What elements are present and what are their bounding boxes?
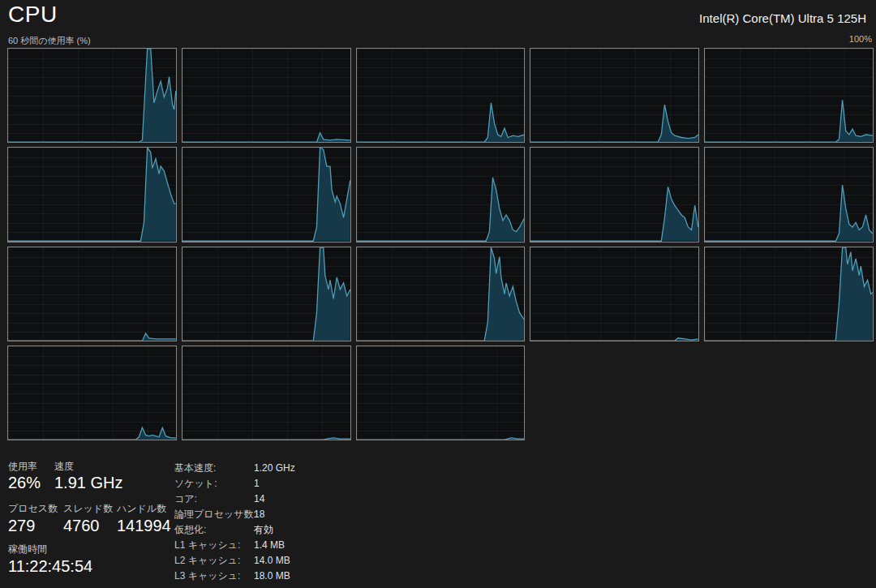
usage-area: [530, 105, 698, 142]
handles-value: 141994: [117, 517, 171, 535]
virtualization-label: 仮想化:: [174, 522, 254, 538]
logical-processors-label: 論理プロセッサ数:: [174, 507, 254, 522]
cpu-core-graph-11[interactable]: [182, 247, 351, 341]
virtualization-value: 有効: [254, 522, 273, 538]
detail-row-l3-cache: L3 キャッシュ: 18.0 MB: [174, 569, 377, 584]
graph-caption-max-percent: 100%: [849, 34, 872, 44]
usage-area: [182, 148, 350, 241]
detail-row-base-speed: 基本速度: 1.20 GHz: [174, 461, 377, 476]
usage-area: [705, 100, 873, 142]
processor-name: Intel(R) Core(TM) Ultra 5 125H: [699, 11, 866, 25]
usage-area: [182, 247, 350, 341]
sockets-value: 1: [254, 476, 260, 491]
cpu-core-graph-16[interactable]: [182, 346, 351, 440]
processes-value: 279: [8, 517, 35, 535]
detail-row-logical-processors: 論理プロセッサ数: 18: [174, 507, 377, 522]
processes-label: プロセス数: [8, 502, 58, 516]
detail-row-l2-cache: L2 キャッシュ: 14.0 MB: [174, 553, 377, 569]
detail-row-sockets: ソケット: 1: [174, 476, 377, 491]
speed-value: 1.91 GHz: [54, 474, 122, 492]
usage-area: [8, 427, 176, 440]
cpu-core-grid: [7, 48, 874, 440]
cpu-core-graph-15[interactable]: [7, 346, 177, 440]
graph-caption-utilization: 60 秒間の使用率 (%): [8, 35, 91, 47]
cpu-core-graph-12[interactable]: [356, 247, 526, 341]
threads-value: 4760: [63, 517, 100, 535]
usage-line: [530, 337, 698, 340]
usage-area: [530, 187, 698, 242]
cpu-core-graph-5[interactable]: [7, 147, 177, 242]
base-speed-value: 1.20 GHz: [254, 461, 295, 476]
threads-label: スレッド数: [63, 502, 113, 516]
usage-area: [8, 148, 176, 241]
cpu-core-graph-6[interactable]: [182, 147, 351, 242]
l1-cache-value: 1.4 MB: [254, 538, 285, 553]
cpu-core-graph-14[interactable]: [704, 247, 874, 341]
cores-label: コア:: [174, 491, 254, 507]
sockets-label: ソケット:: [174, 476, 254, 491]
cpu-core-graph-10[interactable]: [7, 247, 177, 341]
handles-label: ハンドル数: [117, 502, 166, 516]
usage-line: [357, 438, 525, 440]
page-title: CPU: [8, 2, 58, 28]
usage-area: [705, 185, 873, 241]
speed-label: 速度: [54, 460, 74, 474]
utilization-label: 使用率: [8, 460, 37, 474]
utilization-value: 26%: [8, 474, 41, 492]
cpu-core-graph-3[interactable]: [530, 48, 699, 143]
cpu-core-graph-4[interactable]: [704, 48, 874, 143]
detail-row-cores: コア: 14: [174, 491, 377, 507]
usage-area: [357, 103, 525, 142]
cpu-core-graph-8[interactable]: [530, 147, 699, 242]
cpu-core-graph-1[interactable]: [182, 48, 351, 143]
detail-row-l1-cache: L1 キャッシュ: 1.4 MB: [174, 538, 377, 553]
usage-area: [8, 49, 176, 142]
l1-cache-label: L1 キャッシュ:: [174, 538, 254, 553]
cpu-core-graph-0[interactable]: [7, 48, 177, 143]
detail-row-virtualization: 仮想化: 有効: [174, 522, 377, 538]
cpu-core-graph-13[interactable]: [530, 247, 699, 341]
l2-cache-value: 14.0 MB: [254, 553, 290, 569]
l3-cache-label: L3 キャッシュ:: [174, 569, 254, 584]
cpu-details: 基本速度: 1.20 GHz ソケット: 1 コア: 14 論理プロセッサ数: …: [174, 461, 377, 584]
usage-area: [182, 133, 350, 143]
base-speed-label: 基本速度:: [174, 461, 254, 476]
usage-line: [182, 438, 350, 440]
l3-cache-value: 18.0 MB: [254, 569, 290, 584]
cpu-core-graph-17[interactable]: [356, 346, 526, 440]
cpu-core-graph-9[interactable]: [704, 147, 874, 242]
logical-processors-value: 18: [254, 507, 264, 522]
cpu-core-graph-2[interactable]: [356, 48, 526, 143]
cores-value: 14: [254, 491, 264, 507]
cpu-core-graph-7[interactable]: [356, 147, 526, 242]
l2-cache-label: L2 キャッシュ:: [174, 553, 254, 569]
usage-area: [8, 333, 176, 341]
uptime-label: 稼働時間: [8, 543, 47, 556]
uptime-value: 11:22:45:54: [8, 557, 92, 576]
